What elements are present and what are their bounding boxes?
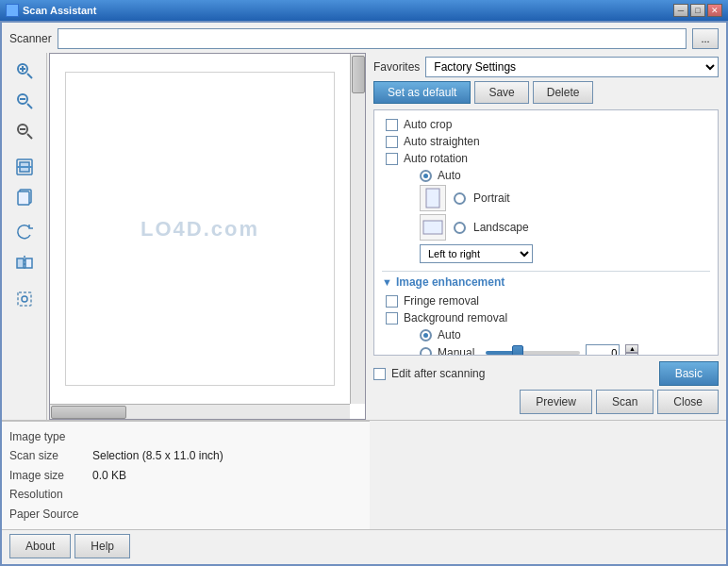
preview-image [65, 72, 335, 387]
close-button[interactable]: Close [657, 390, 719, 414]
spin-up-button[interactable]: ▲ [625, 344, 638, 353]
svg-rect-15 [17, 258, 24, 268]
edit-after-scanning-label: Edit after scanning [391, 367, 485, 380]
direction-dropdown-row: Left to right [382, 244, 710, 263]
radio-portrait[interactable] [454, 192, 466, 205]
action-buttons: Preview Scan Close [373, 390, 719, 420]
close-button[interactable]: ✕ [707, 4, 722, 17]
auto-straighten-label: Auto straighten [404, 135, 480, 148]
zoom-out-button[interactable] [8, 117, 41, 145]
left-panel: LO4D.com [2, 53, 370, 420]
svg-point-19 [22, 296, 27, 302]
slider-thumb[interactable] [512, 345, 523, 356]
manual-slider[interactable] [486, 351, 580, 355]
copy-tool-button[interactable] [8, 183, 41, 211]
scan-size-value: Selection (8.5 x 11.0 inch) [92, 446, 223, 465]
favorites-label: Favorites [373, 60, 420, 74]
image-enhancement-section: ▼ Image enhancement Fringe removal Backg… [382, 275, 710, 356]
browse-button[interactable]: ... [692, 28, 719, 49]
radio-portrait-label: Portrait [473, 191, 510, 205]
favorites-combo[interactable]: Factory Settings [425, 57, 719, 77]
zoom-in-button[interactable] [8, 57, 41, 85]
enhancement-collapse[interactable]: ▼ Image enhancement [382, 275, 710, 289]
bottom-section: Image type Scan size Selection (8.5 x 11… [2, 420, 726, 529]
svg-line-1 [27, 74, 32, 78]
fringe-removal-checkbox[interactable] [386, 295, 398, 308]
horizontal-scrollbar[interactable] [50, 404, 350, 419]
image-type-label: Image type [9, 427, 85, 446]
scan-tool-button[interactable] [8, 153, 41, 181]
set-default-button[interactable]: Set as default [373, 81, 471, 104]
radio-auto-label: Auto [438, 169, 461, 182]
divider [382, 271, 710, 272]
crop-tool-button[interactable] [8, 285, 41, 313]
help-button[interactable]: Help [74, 534, 130, 558]
auto-crop-row: Auto crop [382, 118, 710, 131]
background-removal-label: Background removal [404, 311, 507, 325]
bg-radio-auto[interactable] [420, 329, 432, 341]
vertical-scrollbar[interactable] [350, 54, 365, 404]
fringe-removal-label: Fringe removal [404, 294, 479, 308]
direction-combo[interactable]: Left to right [420, 244, 533, 263]
save-button[interactable]: Save [474, 81, 528, 104]
right-spacer [370, 421, 726, 529]
edit-after-scanning-checkbox[interactable] [373, 368, 386, 380]
preview-button[interactable]: Preview [520, 390, 592, 414]
collapse-arrow-icon: ▼ [382, 276, 392, 288]
radio-landscape-row: Landscape [420, 214, 710, 241]
bg-radio-manual-row: Manual ▲ ▼ [420, 344, 710, 356]
minimize-button[interactable]: ─ [673, 4, 688, 17]
title-bar: Scan Assistant ─ □ ✕ [0, 0, 728, 21]
footer-buttons: About Help [9, 534, 130, 558]
scanner-label: Scanner [9, 32, 52, 45]
scanner-input[interactable] [58, 28, 687, 49]
background-removal-checkbox[interactable] [386, 312, 398, 325]
bg-radio-manual-label: Manual [438, 346, 474, 356]
background-removal-row: Background removal [382, 311, 710, 325]
flip-button[interactable] [8, 249, 41, 277]
fringe-removal-row: Fringe removal [382, 294, 710, 308]
image-size-value: 0.0 KB [92, 466, 126, 485]
svg-rect-20 [426, 189, 439, 208]
preview-area: LO4D.com [49, 53, 366, 420]
portrait-icon [420, 185, 446, 211]
favorites-row: Favorites Factory Settings [373, 57, 719, 77]
scan-button[interactable]: Scan [596, 390, 654, 414]
slider-value-input[interactable] [586, 344, 620, 356]
radio-auto-row: Auto [420, 169, 710, 182]
content-area: LO4D.com Favorites Factory Settings [2, 53, 726, 420]
svg-rect-16 [25, 258, 32, 268]
app-icon [6, 4, 19, 17]
zoom-fit-button[interactable] [8, 87, 41, 115]
svg-rect-14 [18, 191, 29, 205]
svg-rect-21 [423, 221, 442, 234]
radio-landscape[interactable] [454, 222, 466, 234]
bg-radio-auto-row: Auto [420, 328, 710, 341]
auto-straighten-row: Auto straighten [382, 135, 710, 148]
scanner-row: Scanner ... [2, 23, 726, 53]
about-button[interactable]: About [9, 534, 71, 558]
edit-after-scanning-row: Edit after scanning [373, 367, 652, 380]
maximize-button[interactable]: □ [690, 4, 705, 17]
auto-straighten-checkbox[interactable] [386, 136, 398, 148]
basic-button[interactable]: Basic [659, 361, 719, 386]
scan-size-label: Scan size [9, 446, 85, 465]
auto-rotation-label: Auto rotation [404, 152, 468, 165]
radio-landscape-label: Landscape [473, 221, 529, 234]
svg-line-8 [27, 134, 32, 139]
toolbar [2, 53, 47, 420]
enhancement-title: Image enhancement [396, 275, 505, 289]
auto-rotation-checkbox[interactable] [386, 153, 398, 165]
auto-rotation-row: Auto rotation [382, 152, 710, 165]
right-bottom-bar: Edit after scanning Basic [373, 356, 719, 390]
auto-crop-checkbox[interactable] [386, 119, 398, 131]
delete-button[interactable]: Delete [533, 81, 594, 104]
spin-buttons: ▲ ▼ [625, 344, 638, 356]
image-size-label: Image size [9, 466, 85, 485]
auto-crop-label: Auto crop [404, 118, 452, 131]
bg-radio-manual[interactable] [420, 347, 432, 357]
info-panel: Image type Scan size Selection (8.5 x 11… [2, 421, 370, 529]
info-area: Image type Scan size Selection (8.5 x 11… [2, 421, 370, 529]
rotate-button[interactable] [8, 219, 41, 247]
radio-auto[interactable] [420, 170, 432, 182]
